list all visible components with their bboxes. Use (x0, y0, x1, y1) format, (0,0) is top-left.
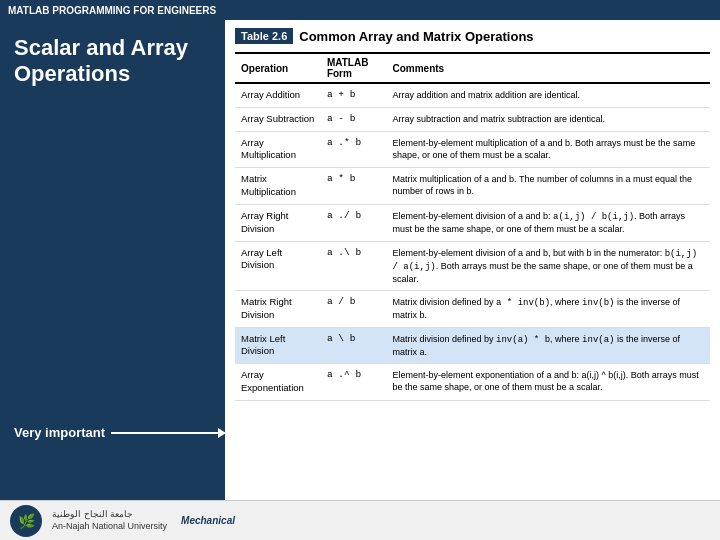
footer-bar: 🌿 جامعة النجاح الوطنية An-Najah National… (0, 500, 720, 540)
operation-cell: Array Subtraction (235, 107, 321, 131)
operation-cell: Array Addition (235, 83, 321, 107)
comments-cell: Element-by-element division of a and b, … (386, 241, 710, 290)
table-number: Table 2.6 (235, 28, 293, 44)
table-row: Array Multiplicationa .* bElement-by-ele… (235, 131, 710, 168)
table-row: Matrix Right Divisiona / bMatrix divisio… (235, 290, 710, 327)
col-comments: Comments (386, 53, 710, 83)
arrow-indicator (111, 432, 225, 434)
operation-cell: Array Right Division (235, 204, 321, 241)
matlab-form-cell: a / b (321, 290, 387, 327)
section-title: Scalar and Array Operations (14, 35, 211, 88)
operation-cell: Matrix Left Division (235, 327, 321, 364)
footer-university-text: جامعة النجاح الوطنية An-Najah National U… (52, 509, 167, 532)
university-logo: 🌿 (10, 505, 42, 537)
very-important-label: Very important (14, 425, 105, 440)
comments-cell: Element-by-element multiplication of a a… (386, 131, 710, 168)
very-important-area: Very important (0, 425, 225, 440)
matlab-form-cell: a \ b (321, 327, 387, 364)
table-row: Matrix Multiplicationa * bMatrix multipl… (235, 168, 710, 205)
matlab-form-cell: a * b (321, 168, 387, 205)
operations-table: Operation MATLAB Form Comments Array Add… (235, 52, 710, 401)
operation-cell: Matrix Right Division (235, 290, 321, 327)
table-row: Array Subtractiona - bArray subtraction … (235, 107, 710, 131)
comments-cell: Element-by-element exponentiation of a a… (386, 364, 710, 401)
matlab-form-cell: a .^ b (321, 364, 387, 401)
matlab-form-cell: a .* b (321, 131, 387, 168)
operation-cell: Array Left Division (235, 241, 321, 290)
table-header-row: Operation MATLAB Form Comments (235, 53, 710, 83)
comments-cell: Element-by-element division of a and b: … (386, 204, 710, 241)
operation-cell: Array Multiplication (235, 131, 321, 168)
table-title-bar: Table 2.6 Common Array and Matrix Operat… (235, 28, 710, 44)
table-row: Array Left Divisiona .\ bElement-by-elem… (235, 241, 710, 290)
table-title: Common Array and Matrix Operations (299, 29, 533, 44)
operation-cell: Array Exponentiation (235, 364, 321, 401)
col-matlab-form: MATLAB Form (321, 53, 387, 83)
header-bar: MATLAB PROGRAMMING FOR ENGINEERS (0, 0, 720, 20)
comments-cell: Array addition and matrix addition are i… (386, 83, 710, 107)
matlab-form-cell: a + b (321, 83, 387, 107)
col-operation: Operation (235, 53, 321, 83)
department-label: Mechanical (181, 515, 235, 526)
comments-cell: Matrix division defined by inv(a) * b, w… (386, 327, 710, 364)
matlab-form-cell: a .\ b (321, 241, 387, 290)
table-row: Array Right Divisiona ./ bElement-by-ele… (235, 204, 710, 241)
table-row: Array Exponentiationa .^ bElement-by-ele… (235, 364, 710, 401)
comments-cell: Matrix multiplication of a and b. The nu… (386, 168, 710, 205)
table-row: Matrix Left Divisiona \ bMatrix division… (235, 327, 710, 364)
matlab-form-cell: a ./ b (321, 204, 387, 241)
comments-cell: Array subtraction and matrix subtraction… (386, 107, 710, 131)
matlab-form-cell: a - b (321, 107, 387, 131)
operation-cell: Matrix Multiplication (235, 168, 321, 205)
comments-cell: Matrix division defined by a * inv(b), w… (386, 290, 710, 327)
main-content: Table 2.6 Common Array and Matrix Operat… (225, 20, 720, 500)
table-body: Array Additiona + bArray addition and ma… (235, 83, 710, 400)
table-row: Array Additiona + bArray addition and ma… (235, 83, 710, 107)
header-text: MATLAB PROGRAMMING FOR ENGINEERS (8, 5, 216, 16)
